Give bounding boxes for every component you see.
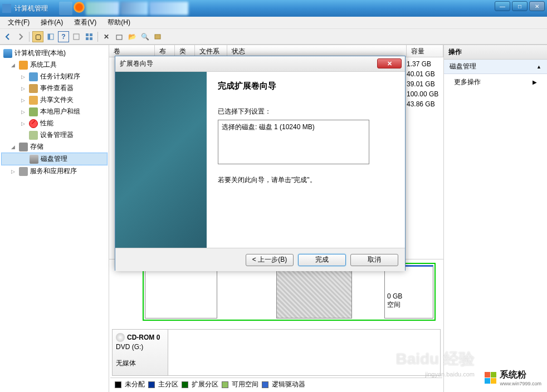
close-button[interactable]: ✕ [529,1,545,11]
wizard-finish-button[interactable]: 完成 [298,254,346,266]
actions-section-label: 磁盘管理 [450,62,476,71]
col-filesystem[interactable]: 文件系统 [195,45,227,57]
window-title: 计算机管理 [14,4,48,13]
tree-task-scheduler[interactable]: ▷任务计划程序 [1,71,108,82]
help-button[interactable]: ? [58,31,69,42]
svg-rect-5 [86,37,89,40]
extended-partition-outline: 0 GB 空间 [143,263,436,321]
logical-partition[interactable] [145,265,217,318]
expander-icon[interactable]: ▷ [21,86,27,91]
actions-section[interactable]: 磁盘管理 ▲ [444,60,547,74]
wizard-heading: 完成扩展卷向导 [218,81,394,91]
tree-services-apps[interactable]: ▷服务和应用程序 [1,165,108,177]
partition-free: 空间 [387,300,431,310]
tools-icon [19,61,28,70]
maximize-button[interactable]: □ [512,1,528,11]
legend-free: 可用空间 [232,380,258,389]
tool-button-3[interactable]: 🔍 [139,31,150,42]
cdrom-row[interactable]: CD-ROM 0 DVD (G:) 无媒体 [112,329,441,376]
actions-more[interactable]: 更多操作 ▶ [444,74,547,90]
tree-label: 性能 [40,119,53,128]
col-volume[interactable]: 卷 [109,45,155,57]
tree-root[interactable]: 计算机管理(本地) [1,47,108,59]
tree-system-tools[interactable]: ◢系统工具 [1,59,108,71]
expander-icon[interactable]: ▷ [21,74,27,80]
tree-storage[interactable]: ◢存储 [1,141,108,153]
col-capacity[interactable]: 容量 [407,45,443,57]
menu-help[interactable]: 帮助(H) [103,17,135,28]
wizard-close-button[interactable]: ✕ [377,58,402,68]
taskbar-firefox-icon [74,2,85,13]
menu-file[interactable]: 文件(F) [3,17,34,28]
legend-logical: 逻辑驱动器 [272,380,305,389]
wizard-selected-label: 已选择下列设置： [218,107,394,116]
expander-icon[interactable]: ◢ [11,62,17,68]
list-button[interactable] [84,31,95,42]
col-status[interactable]: 状态 [227,45,407,57]
delete-button[interactable]: ✕ [101,31,112,42]
disk-icon [30,155,38,164]
toolbar: ▢ ? ✕ 📂 🔍 [0,29,547,45]
tree-device-manager[interactable]: ▷设备管理器 [1,129,108,141]
logical-partition-2[interactable]: 0 GB 空间 [384,265,433,318]
svg-rect-2 [74,34,79,40]
tree-local-users[interactable]: ▷本地用户和组 [1,106,108,117]
menu-view[interactable]: 查看(V) [70,17,101,28]
tree-event-viewer[interactable]: ▷事件查看器 [1,82,108,94]
minimize-button[interactable]: — [495,1,510,11]
navigation-tree: 计算机管理(本地) ◢系统工具 ▷任务计划程序 ▷事件查看器 ▷共享文件夹 ▷本… [0,45,109,392]
cdrom-content [168,330,440,375]
wizard-sidebar-image [115,72,207,248]
menu-action[interactable]: 操作(A) [36,17,67,28]
wizard-back-button[interactable]: < 上一步(B) [246,254,294,266]
device-manager-icon [29,131,38,140]
expander-icon[interactable]: ▷ [21,97,27,103]
svg-rect-8 [155,35,160,39]
tool-button-2[interactable]: 📂 [126,31,138,42]
menu-bar: 文件(F) 操作(A) 查看(V) 帮助(H) [0,17,547,29]
tree-label: 系统工具 [30,60,57,70]
properties-button[interactable] [71,31,82,42]
col-type[interactable]: 类型 [175,45,195,57]
expander-icon[interactable]: ◢ [11,144,17,150]
show-hide-button[interactable] [45,31,56,42]
svg-rect-6 [90,37,92,40]
collapse-icon[interactable]: ▲ [536,64,541,70]
capacity-value: 1.37 GB [407,59,438,69]
col-layout[interactable]: 布局 [155,45,175,57]
tool-button-1[interactable] [114,31,125,42]
capacity-value: 43.86 GB [407,99,438,109]
expander-icon[interactable]: ▷ [11,169,17,174]
storage-icon [19,143,28,151]
svg-rect-3 [86,33,89,36]
users-icon [29,107,38,116]
tree-shared-folders[interactable]: ▷共享文件夹 [1,94,108,106]
tree-performance[interactable]: ▷性能 [1,117,108,129]
expander-icon[interactable]: ▷ [21,121,27,126]
legend-extended-swatch [182,381,188,388]
tree-label: 本地用户和组 [40,107,80,116]
brand-url: www.win7999.com [500,381,541,386]
legend-free-swatch [222,381,228,388]
actions-more-label: 更多操作 [454,77,481,87]
actions-pane: 操作 磁盘管理 ▲ 更多操作 ▶ [443,45,547,392]
computer-icon [3,49,12,58]
tree-label: 服务和应用程序 [30,166,77,176]
tree-label: 任务计划程序 [40,72,80,81]
wizard-titlebar[interactable]: 扩展卷向导 ✕ [115,56,405,72]
tool-button-4[interactable] [152,31,163,42]
forward-button[interactable] [15,31,26,42]
wizard-settings-text: 选择的磁盘: 磁盘 1 (10240 MB) [222,123,315,131]
expander-icon[interactable]: ▷ [21,109,27,115]
wizard-cancel-button[interactable]: 取消 [350,254,398,266]
partition-size: 0 GB [387,292,431,300]
tree-disk-management[interactable]: ▷磁盘管理 [1,153,108,165]
submenu-arrow-icon: ▶ [533,79,537,85]
event-icon [29,84,38,93]
back-button[interactable] [2,31,13,42]
free-space-partition[interactable] [276,265,352,318]
up-button[interactable]: ▢ [32,31,43,42]
taskbar-blur-icon-2 [120,2,148,15]
legend-unallocated: 未分配 [125,380,145,389]
cdrom-drive: DVD (G:) [116,343,164,351]
